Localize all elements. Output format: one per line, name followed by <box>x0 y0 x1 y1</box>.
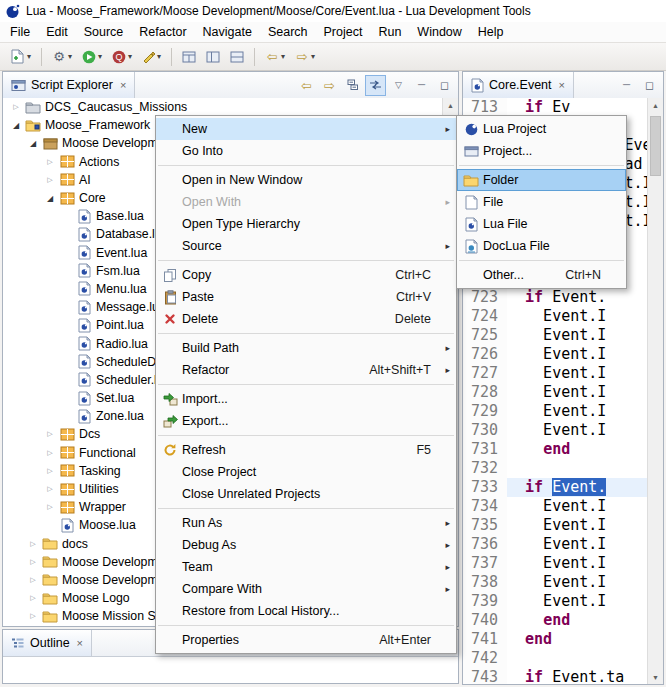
menu-item-properties[interactable]: PropertiesAlt+Enter <box>156 629 456 651</box>
menu-item-new[interactable]: New▸ <box>156 118 456 140</box>
code-line: 733 if Event. <box>463 478 648 497</box>
menu-item-other[interactable]: Other...Ctrl+N <box>457 264 626 286</box>
forward-arrow-button[interactable]: ⇨ <box>319 75 340 96</box>
forward-dropdown-arrow-icon[interactable]: ▾ <box>311 52 315 61</box>
coverage-button[interactable]: Q▾ <box>108 45 136 69</box>
tab-script-explorer[interactable]: Script Explorer × <box>3 72 135 98</box>
expander-icon[interactable]: ▷ <box>43 158 57 166</box>
menubar-item-run[interactable]: Run <box>370 23 409 41</box>
menu-item-folder[interactable]: Folder <box>457 169 626 191</box>
menubar-item-file[interactable]: File <box>2 23 38 41</box>
line-number: 730 <box>463 421 507 440</box>
menu-item-shortcut: F5 <box>416 443 437 457</box>
close-icon[interactable]: × <box>77 637 83 649</box>
minimize-button[interactable]: ─ <box>616 75 637 96</box>
menubar-item-edit[interactable]: Edit <box>38 23 76 41</box>
expander-icon[interactable]: ▷ <box>43 176 57 184</box>
menu-item-paste[interactable]: PasteCtrl+V <box>156 286 456 308</box>
menu-item-copy[interactable]: CopyCtrl+C <box>156 264 456 286</box>
tree-item-dcs-caucasus-missions[interactable]: ▷DCS_Caucasus_Missions <box>3 98 443 116</box>
menu-item-source[interactable]: Source▸ <box>156 235 456 257</box>
back-button[interactable]: ⇦▾ <box>261 45 289 69</box>
scrollbar-thumb[interactable] <box>650 116 661 176</box>
expander-icon[interactable]: ▷ <box>26 576 40 584</box>
maximize-button[interactable]: ◻ <box>434 75 455 96</box>
menu-item-import[interactable]: Import... <box>156 388 456 410</box>
expander-icon[interactable]: ◢ <box>26 139 40 148</box>
menubar-item-refactor[interactable]: Refactor <box>131 23 194 41</box>
menu-item-delete[interactable]: DeleteDelete <box>156 308 456 330</box>
menu-item-file[interactable]: File <box>457 191 626 213</box>
expander-icon[interactable]: ▷ <box>43 503 57 511</box>
menu-item-restore-from-local-history[interactable]: Restore from Local History... <box>156 600 456 622</box>
menu-item-build-path[interactable]: Build Path▸ <box>156 337 456 359</box>
scroll-up-icon[interactable]: ▲ <box>648 98 663 112</box>
menu-item-doclua-file[interactable]: DocLua File <box>457 235 626 257</box>
view-rows-button[interactable] <box>226 45 248 69</box>
expander-icon[interactable]: ▷ <box>26 558 40 566</box>
menu-item-export[interactable]: Export... <box>156 410 456 432</box>
menubar-item-window[interactable]: Window <box>409 23 469 41</box>
back-arrow-button[interactable]: ⇦ <box>296 75 317 96</box>
scroll-down-icon[interactable]: ▼ <box>648 670 663 684</box>
menubar-item-help[interactable]: Help <box>470 23 512 41</box>
expander-icon[interactable]: ▷ <box>9 103 23 111</box>
menu-item-lua-project[interactable]: Lua Project <box>457 118 626 140</box>
new-dropdown-arrow-icon[interactable]: ▾ <box>27 52 31 61</box>
close-icon[interactable]: × <box>120 79 126 91</box>
view-menu-button[interactable]: ▽ <box>388 75 409 96</box>
menu-item-icon-cell <box>158 313 182 325</box>
code-line: 740 end <box>463 611 648 630</box>
menu-item-go-into[interactable]: Go Into <box>156 140 456 162</box>
run-button[interactable]: ▾ <box>78 45 106 69</box>
menu-item-open-in-new-window[interactable]: Open in New Window <box>156 169 456 191</box>
expander-icon[interactable]: ◢ <box>9 121 23 130</box>
expander-icon[interactable]: ▷ <box>43 467 57 475</box>
menubar-item-source[interactable]: Source <box>76 23 132 41</box>
expander-icon[interactable]: ▷ <box>26 594 40 602</box>
menu-item-refactor[interactable]: RefactorAlt+Shift+T▸ <box>156 359 456 381</box>
menu-item-close-project[interactable]: Close Project <box>156 461 456 483</box>
tab-outline[interactable]: Outline × <box>3 630 92 656</box>
menu-item-project[interactable]: Project... <box>457 140 626 162</box>
menu-item-debug-as[interactable]: Debug As▸ <box>156 534 456 556</box>
tab-core-event[interactable]: Core.Event × <box>463 72 574 98</box>
external-tools-dropdown-arrow-icon[interactable]: ▾ <box>68 52 72 61</box>
maximize-button[interactable]: ◻ <box>639 75 660 96</box>
editor-scrollbar[interactable]: ▲ ▼ <box>647 98 663 684</box>
collapse-all-button[interactable] <box>342 75 363 96</box>
view-grid-button[interactable] <box>178 45 200 69</box>
menu-item-refresh[interactable]: RefreshF5 <box>156 439 456 461</box>
menu-item-team[interactable]: Team▸ <box>156 556 456 578</box>
back-dropdown-arrow-icon[interactable]: ▾ <box>281 52 285 61</box>
menubar-item-project[interactable]: Project <box>316 23 371 41</box>
expander-icon[interactable]: ▷ <box>43 485 57 493</box>
tree-item-label: Fsm.lua <box>94 264 140 278</box>
new-button[interactable]: ▾ <box>6 45 35 69</box>
menu-item-compare-with[interactable]: Compare With▸ <box>156 578 456 600</box>
menu-separator <box>158 508 454 509</box>
expander-icon[interactable]: ▷ <box>43 430 57 438</box>
scroll-up-icon[interactable]: ▲ <box>443 98 458 112</box>
open-element-button[interactable]: ▾ <box>138 45 165 69</box>
view-columns-button[interactable] <box>202 45 224 69</box>
run-dropdown-arrow-icon[interactable]: ▾ <box>98 52 102 61</box>
menubar-item-navigate[interactable]: Navigate <box>195 23 260 41</box>
toolbar-separator <box>254 48 255 66</box>
expander-icon[interactable]: ▷ <box>26 612 40 620</box>
expander-icon[interactable]: ▷ <box>43 449 57 457</box>
menu-item-run-as[interactable]: Run As▸ <box>156 512 456 534</box>
forward-button[interactable]: ⇨▾ <box>291 45 319 69</box>
external-tools-button[interactable]: ⚙▾ <box>48 45 76 69</box>
menu-item-open-type-hierarchy[interactable]: Open Type Hierarchy <box>156 213 456 235</box>
menu-item-close-unrelated-projects[interactable]: Close Unrelated Projects <box>156 483 456 505</box>
expander-icon[interactable]: ▷ <box>26 540 40 548</box>
menubar-item-search[interactable]: Search <box>260 23 316 41</box>
close-icon[interactable]: × <box>559 79 565 91</box>
open-element-dropdown-arrow-icon[interactable]: ▾ <box>157 52 161 61</box>
minimize-button[interactable]: ─ <box>411 75 432 96</box>
coverage-dropdown-arrow-icon[interactable]: ▾ <box>128 52 132 61</box>
menu-item-lua-file[interactable]: Lua File <box>457 213 626 235</box>
expander-icon[interactable]: ◢ <box>43 194 57 203</box>
link-with-editor-button[interactable] <box>365 75 386 96</box>
